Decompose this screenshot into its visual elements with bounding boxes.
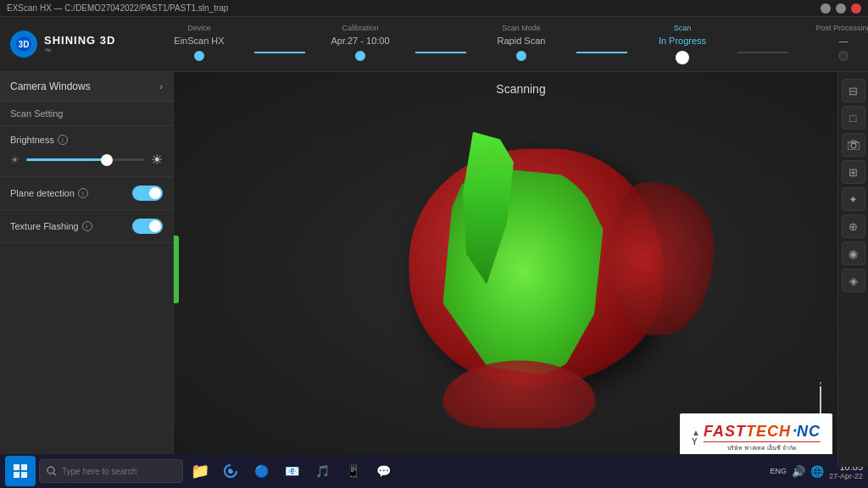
- svg-rect-17: [14, 464, 19, 470]
- step-device-label: Device: [187, 24, 211, 32]
- tool-camera-btn[interactable]: [842, 133, 865, 157]
- maximize-btn[interactable]: [836, 3, 846, 14]
- step-post-value: —: [839, 36, 849, 46]
- connector-4: [737, 52, 788, 53]
- svg-rect-18: [21, 464, 27, 470]
- tool-eye-btn[interactable]: ◉: [842, 241, 865, 265]
- taskbar-icon4[interactable]: 📱: [339, 458, 366, 485]
- mesh-container: [349, 115, 731, 437]
- tool-columns-btn[interactable]: ⊟: [842, 79, 865, 103]
- workflow-step-calibration[interactable]: Calibration Apr.27 - 10:00: [305, 24, 415, 61]
- plane-detection-toggle[interactable]: [132, 186, 163, 201]
- logo-sub: ™: [44, 47, 115, 55]
- tool-diamond-btn[interactable]: ◈: [842, 269, 865, 292]
- search-box[interactable]: [39, 459, 183, 483]
- plane-detection-info-icon[interactable]: i: [78, 188, 88, 198]
- red-mesh-right: [612, 183, 714, 336]
- taskbar-icon5[interactable]: 💬: [370, 458, 397, 485]
- tool-grid-btn[interactable]: ⊞: [842, 160, 865, 184]
- taskbar-volume[interactable]: 🔊: [792, 465, 805, 478]
- workflow-step-device[interactable]: Device EinScan HX: [144, 24, 254, 61]
- step-calibration-label: Calibration: [342, 24, 378, 32]
- watermark-sub: บริษัท ฟาสเทค เอ็นซี จำกัด: [704, 443, 821, 452]
- main-content: Camera Windows › Scan Setting Brightness…: [0, 72, 868, 467]
- logo-area: 3D SHINING 3D ™: [0, 30, 144, 58]
- svg-rect-20: [21, 472, 27, 478]
- left-panel: Camera Windows › Scan Setting Brightness…: [0, 72, 174, 467]
- taskbar-icon2[interactable]: 📧: [278, 458, 305, 485]
- taskbar-icon1[interactable]: 🔵: [248, 458, 275, 485]
- title-bar: EXScan HX — C:/DEMO27042022/PAST1/PAST1.…: [0, 0, 868, 17]
- connector-1: [254, 52, 305, 53]
- taskbar-network[interactable]: 🌐: [810, 465, 824, 478]
- texture-flashing-toggle[interactable]: [132, 219, 163, 234]
- search-input[interactable]: [62, 467, 172, 476]
- plane-detection-label: Plane detection i: [10, 188, 88, 198]
- close-btn[interactable]: [851, 3, 861, 14]
- right-toolbar: ⊟ □ ⊞ ✦ ⊕ ◉ ◈: [837, 72, 868, 467]
- brightness-info-icon[interactable]: i: [58, 135, 68, 145]
- scan-progress-bar: [174, 236, 179, 303]
- camera-windows-title: Camera Windows: [10, 80, 91, 92]
- workflow-step-postprocessing[interactable]: Post Processing —: [788, 24, 868, 61]
- svg-line-22: [53, 473, 56, 475]
- header: 3D SHINING 3D ™ Device EinScan HX Calibr…: [0, 17, 868, 72]
- brightness-low-icon: ☀: [10, 154, 19, 166]
- brightness-label: Brightness i: [10, 135, 163, 145]
- texture-flashing-label: Texture Flashing i: [10, 221, 92, 231]
- workflow-step-scanmode[interactable]: Scan Mode Rapid Scan: [466, 24, 576, 61]
- taskbar: 📁 🔵 📧 🎵 📱 💬 ENG 🔊 🌐 10:05 27-Apr-22: [0, 454, 868, 488]
- watermark: ▲Y FASTTECH‧NC บริษัท ฟาสเทค เอ็นซี จำกั…: [680, 413, 832, 460]
- step-scanmode-dot: [516, 51, 526, 61]
- title-bar-controls: [821, 3, 861, 14]
- step-post-dot: [838, 51, 849, 61]
- camera-windows-header[interactable]: Camera Windows ›: [0, 72, 173, 102]
- plane-detection-row: Plane detection i: [0, 177, 173, 210]
- step-device-value: EinScan HX: [174, 36, 224, 46]
- tool-star-btn[interactable]: ✦: [842, 187, 865, 211]
- step-scan-value: In Progress: [659, 36, 706, 46]
- brightness-high-icon: ☀: [151, 152, 163, 168]
- step-scan-dot: [676, 51, 689, 64]
- title-text: EXScan HX — C:/DEMO27042022/PAST1/PAST1.…: [7, 3, 228, 13]
- step-device-dot: [194, 51, 204, 61]
- start-button[interactable]: [5, 456, 36, 486]
- taskbar-icon3[interactable]: 🎵: [309, 458, 336, 485]
- step-scan-label: Scan: [674, 24, 692, 32]
- step-scanmode-label: Scan Mode: [502, 24, 541, 32]
- scan-setting-header: Scan Setting: [0, 102, 173, 126]
- 3d-object: [349, 115, 731, 437]
- logo-icon: 3D: [10, 30, 37, 58]
- connector-3: [576, 52, 627, 53]
- minimize-btn[interactable]: [821, 3, 831, 14]
- taskbar-explorer[interactable]: 📁: [186, 458, 214, 485]
- brightness-slider[interactable]: [26, 158, 144, 161]
- brightness-setting: Brightness i ☀ ☀: [0, 126, 173, 177]
- step-post-label: Post Processing: [815, 24, 868, 32]
- workflow: Device EinScan HX Calibration Apr.27 - 1…: [144, 24, 868, 64]
- camera-windows-chevron: ›: [159, 81, 163, 92]
- svg-text:Y: Y: [819, 382, 822, 385]
- brightness-slider-row: ☀ ☀: [10, 152, 163, 168]
- svg-rect-19: [14, 472, 19, 478]
- logo-text: SHINING 3D: [44, 34, 115, 47]
- scanning-label: Scanning: [496, 82, 545, 96]
- svg-point-21: [47, 467, 54, 474]
- 3d-viewport[interactable]: Scanning Alt+Left Mouse: Select | Ctrl+L…: [174, 72, 868, 467]
- taskbar-lang: ENG: [770, 467, 787, 475]
- clock-date: 27-Apr-22: [829, 472, 863, 480]
- texture-flashing-row: Texture Flashing i: [0, 210, 173, 243]
- svg-text:3D: 3D: [19, 40, 30, 49]
- tool-frame-btn[interactable]: □: [842, 106, 865, 130]
- workflow-step-scan[interactable]: Scan In Progress: [627, 24, 737, 64]
- step-scanmode-value: Rapid Scan: [498, 36, 546, 46]
- connector-2: [415, 52, 466, 53]
- watermark-logo: FASTTECH‧NC: [704, 422, 821, 441]
- texture-flashing-info-icon[interactable]: i: [82, 221, 92, 231]
- tool-plus-btn[interactable]: ⊕: [842, 214, 865, 238]
- taskbar-edge[interactable]: [217, 458, 244, 485]
- step-calibration-dot: [355, 51, 365, 61]
- svg-point-15: [851, 143, 856, 148]
- step-calibration-value: Apr.27 - 10:00: [331, 36, 389, 46]
